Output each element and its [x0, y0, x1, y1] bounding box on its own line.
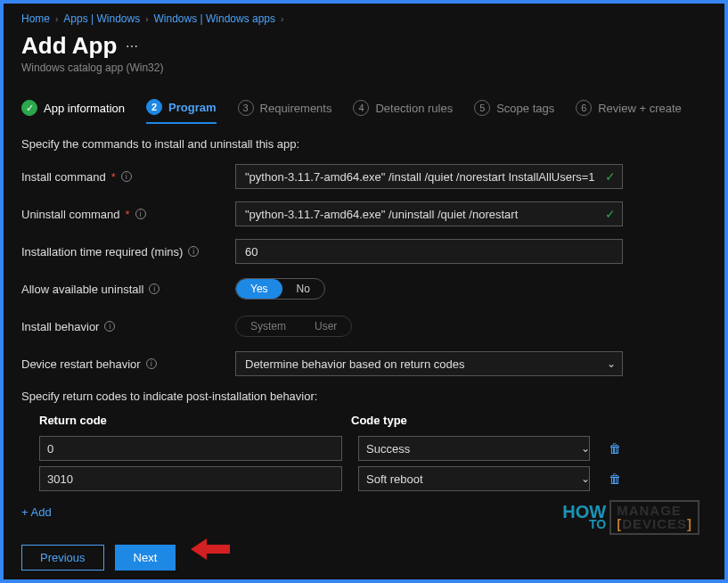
step-app-information[interactable]: ✓ App information	[21, 100, 125, 123]
chevron-right-icon: ›	[55, 14, 58, 24]
step-label: Detection rules	[375, 102, 453, 115]
step-program[interactable]: 2 Program	[146, 99, 216, 124]
install-command-label: Install command * i	[21, 170, 235, 184]
info-icon[interactable]: i	[149, 283, 160, 294]
toggle-system: System	[236, 316, 300, 336]
code-type-select[interactable]	[358, 466, 590, 491]
breadcrumb-windows-apps[interactable]: Windows | Windows apps	[154, 12, 276, 25]
uninstall-command-input[interactable]	[235, 201, 623, 226]
wizard-steps: ✓ App information 2 Program 3 Requiremen…	[21, 99, 707, 125]
step-number-icon: 4	[353, 100, 369, 116]
install-behavior-toggle: System User	[235, 316, 352, 337]
trash-icon[interactable]: 🗑	[606, 441, 624, 456]
more-icon[interactable]: ⋯	[126, 39, 139, 53]
add-return-code-link[interactable]: + Add	[21, 505, 52, 519]
allow-uninstall-label: Allow available uninstall i	[21, 283, 235, 296]
toggle-yes[interactable]: Yes	[236, 279, 282, 299]
code-type-select[interactable]	[358, 436, 590, 461]
install-behavior-label: Install behavior i	[21, 320, 235, 333]
return-code-input[interactable]	[39, 436, 342, 461]
info-icon[interactable]: i	[104, 321, 115, 332]
arrow-left-icon	[191, 536, 230, 569]
step-number-icon: 2	[146, 99, 162, 115]
breadcrumb-home[interactable]: Home	[21, 12, 50, 25]
chevron-right-icon: ›	[145, 14, 148, 24]
step-label: Requirements	[260, 102, 332, 115]
toggle-no[interactable]: No	[282, 279, 324, 299]
chevron-right-icon: ›	[281, 14, 283, 24]
step-label: Program	[168, 101, 216, 114]
return-code-header: Return code	[39, 414, 351, 427]
step-requirements[interactable]: 3 Requirements	[238, 100, 332, 123]
trash-icon[interactable]: 🗑	[606, 472, 624, 486]
svg-marker-0	[191, 538, 230, 560]
required-icon: *	[111, 170, 116, 184]
step-number-icon: 3	[238, 100, 254, 116]
restart-behavior-select[interactable]	[235, 351, 623, 376]
step-number-icon: 5	[474, 100, 490, 116]
breadcrumb-apps[interactable]: Apps | Windows	[63, 12, 140, 25]
step-label: Review + create	[598, 102, 682, 115]
info-icon[interactable]: i	[188, 246, 199, 257]
return-codes-table: Return code Code type ⌄ 🗑 ⌄ 🗑	[39, 414, 627, 491]
table-row: ⌄ 🗑	[39, 466, 627, 491]
allow-uninstall-toggle[interactable]: Yes No	[235, 278, 325, 300]
page-title: Add App	[21, 32, 117, 60]
next-button[interactable]: Next	[115, 545, 176, 571]
step-detection-rules[interactable]: 4 Detection rules	[353, 100, 453, 123]
install-command-input[interactable]	[235, 164, 623, 189]
step-label: App information	[44, 102, 125, 115]
info-icon[interactable]: i	[121, 171, 132, 182]
step-scope-tags[interactable]: 5 Scope tags	[474, 100, 554, 123]
required-icon: *	[126, 208, 130, 221]
breadcrumb: Home › Apps | Windows › Windows | Window…	[21, 12, 707, 25]
info-icon[interactable]: i	[135, 209, 146, 219]
restart-behavior-label: Device restart behavior i	[21, 357, 235, 371]
install-time-input[interactable]	[235, 239, 623, 264]
check-icon: ✓	[21, 100, 37, 116]
info-icon[interactable]: i	[146, 358, 157, 369]
previous-button[interactable]: Previous	[21, 545, 104, 571]
return-codes-intro: Specify return codes to indicate post-in…	[21, 390, 707, 403]
section-intro: Specify the commands to install and unin…	[21, 137, 707, 151]
uninstall-command-label: Uninstall command * i	[21, 208, 235, 221]
toggle-user: User	[300, 316, 351, 336]
step-label: Scope tags	[496, 102, 554, 115]
table-row: ⌄ 🗑	[39, 436, 627, 461]
page-subtitle: Windows catalog app (Win32)	[21, 62, 707, 74]
code-type-header: Code type	[351, 414, 592, 427]
step-number-icon: 6	[576, 100, 592, 116]
return-code-input[interactable]	[39, 466, 342, 491]
install-time-label: Installation time required (mins) i	[21, 245, 235, 259]
step-review-create[interactable]: 6 Review + create	[576, 100, 682, 123]
